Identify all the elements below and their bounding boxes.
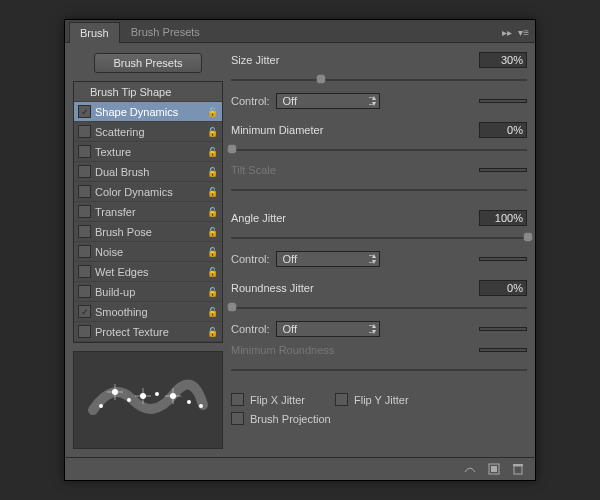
list-item-label: Build-up	[95, 286, 135, 298]
control-label: Control:	[231, 95, 270, 107]
list-item-build-up[interactable]: Build-up🔓	[74, 282, 222, 302]
list-item-smoothing[interactable]: Smoothing🔓	[74, 302, 222, 322]
list-item-label: Color Dynamics	[95, 186, 173, 198]
list-item-scattering[interactable]: Scattering🔓	[74, 122, 222, 142]
lock-icon: 🔓	[207, 147, 218, 157]
checkbox-icon	[78, 305, 91, 318]
list-item-label: Texture	[95, 146, 131, 158]
lock-icon: 🔓	[207, 127, 218, 137]
min-diameter-slider[interactable]	[231, 141, 527, 155]
brush-presets-button[interactable]: Brush Presets	[94, 53, 201, 73]
new-preset-icon[interactable]	[487, 462, 501, 476]
list-item-label: Protect Texture	[95, 326, 169, 338]
checkbox-icon	[78, 205, 91, 218]
brush-tip-shape-item[interactable]: Brush Tip Shape	[74, 82, 222, 102]
list-item-label: Brush Pose	[95, 226, 152, 238]
roundness-control-aux	[479, 327, 527, 331]
brush-projection-checkbox[interactable]: Brush Projection	[231, 412, 527, 425]
list-item-noise[interactable]: Noise🔓	[74, 242, 222, 262]
left-column: Brush Presets Brush Tip Shape Shape Dyna…	[73, 51, 223, 449]
svg-point-7	[199, 404, 203, 408]
checkbox-icon	[78, 105, 91, 118]
list-item-transfer[interactable]: Transfer🔓	[74, 202, 222, 222]
list-item-label: Dual Brush	[95, 166, 149, 178]
checkbox-icon	[231, 412, 244, 425]
svg-rect-16	[514, 466, 522, 474]
list-item-label: Scattering	[95, 126, 145, 138]
angle-control-select[interactable]: Off▴▾	[276, 251, 380, 267]
list-item-texture[interactable]: Texture🔓	[74, 142, 222, 162]
roundness-control-select[interactable]: Off▴▾	[276, 321, 380, 337]
trash-icon[interactable]	[511, 462, 525, 476]
brush-preview	[73, 351, 223, 449]
list-item-label: Noise	[95, 246, 123, 258]
list-item-brush-pose[interactable]: Brush Pose🔓	[74, 222, 222, 242]
brush-projection-label: Brush Projection	[250, 413, 331, 425]
lock-icon: 🔓	[207, 307, 218, 317]
tab-bar: Brush Brush Presets ▸▸ ▾≡	[65, 20, 535, 43]
min-roundness-slider	[231, 361, 527, 375]
list-item-color-dynamics[interactable]: Color Dynamics🔓	[74, 182, 222, 202]
panel-menu-icon[interactable]: ▾≡	[518, 27, 529, 38]
lock-icon: 🔓	[207, 267, 218, 277]
flip-y-jitter-checkbox[interactable]: Flip Y Jitter	[335, 393, 409, 406]
cycle-icon[interactable]: ▸▸	[502, 27, 512, 38]
tab-brush-presets[interactable]: Brush Presets	[120, 21, 211, 42]
lock-icon: 🔓	[207, 167, 218, 177]
flip-y-label: Flip Y Jitter	[354, 394, 409, 406]
checkbox-icon	[78, 245, 91, 258]
tilt-scale-value	[479, 168, 527, 172]
roundness-jitter-label: Roundness Jitter	[231, 282, 351, 294]
lock-icon: 🔓	[207, 107, 218, 117]
list-item-label: Transfer	[95, 206, 136, 218]
lock-icon: 🔓	[207, 227, 218, 237]
checkbox-icon	[78, 185, 91, 198]
svg-point-0	[99, 404, 103, 408]
size-control-aux	[479, 99, 527, 103]
size-control-select[interactable]: Off▴▾	[276, 93, 380, 109]
checkbox-icon	[78, 165, 91, 178]
list-item-label: Wet Edges	[95, 266, 149, 278]
lock-icon: 🔓	[207, 287, 218, 297]
min-diameter-value[interactable]: 0%	[479, 122, 527, 138]
size-jitter-slider[interactable]	[231, 71, 527, 85]
list-item-protect-texture[interactable]: Protect Texture🔓	[74, 322, 222, 342]
tab-brush[interactable]: Brush	[69, 22, 120, 43]
checkbox-icon	[78, 325, 91, 338]
list-item-label: Smoothing	[95, 306, 148, 318]
angle-jitter-value[interactable]: 100%	[479, 210, 527, 226]
lock-icon: 🔓	[207, 207, 218, 217]
svg-point-2	[127, 398, 131, 402]
angle-jitter-slider[interactable]	[231, 229, 527, 243]
svg-rect-15	[491, 466, 497, 472]
min-diameter-label: Minimum Diameter	[231, 124, 351, 136]
min-roundness-label: Minimum Roundness	[231, 344, 351, 356]
checkbox-icon	[78, 285, 91, 298]
tilt-scale-label: Tilt Scale	[231, 164, 351, 176]
checkbox-icon	[78, 145, 91, 158]
lock-icon: 🔓	[207, 187, 218, 197]
svg-point-4	[155, 392, 159, 396]
panel-footer	[65, 457, 535, 480]
roundness-jitter-slider[interactable]	[231, 299, 527, 313]
right-column: Size Jitter30% Control:Off▴▾ Minimum Dia…	[231, 51, 527, 449]
size-jitter-label: Size Jitter	[231, 54, 351, 66]
brush-panel: Brush Brush Presets ▸▸ ▾≡ Brush Presets …	[64, 19, 536, 481]
size-jitter-value[interactable]: 30%	[479, 52, 527, 68]
checkbox-icon	[78, 125, 91, 138]
roundness-jitter-value[interactable]: 0%	[479, 280, 527, 296]
list-item-wet-edges[interactable]: Wet Edges🔓	[74, 262, 222, 282]
control-label: Control:	[231, 323, 270, 335]
options-list: Brush Tip Shape Shape Dynamics🔓Scatterin…	[73, 81, 223, 343]
lock-icon: 🔓	[207, 247, 218, 257]
checkbox-icon	[78, 225, 91, 238]
list-item-dual-brush[interactable]: Dual Brush🔓	[74, 162, 222, 182]
flip-x-jitter-checkbox[interactable]: Flip X Jitter	[231, 393, 305, 406]
toggle-preview-icon[interactable]	[463, 462, 477, 476]
checkbox-icon	[78, 265, 91, 278]
list-item-shape-dynamics[interactable]: Shape Dynamics🔓	[74, 102, 222, 122]
tilt-scale-slider	[231, 181, 527, 195]
angle-jitter-label: Angle Jitter	[231, 212, 351, 224]
checkbox-icon	[231, 393, 244, 406]
control-label: Control:	[231, 253, 270, 265]
